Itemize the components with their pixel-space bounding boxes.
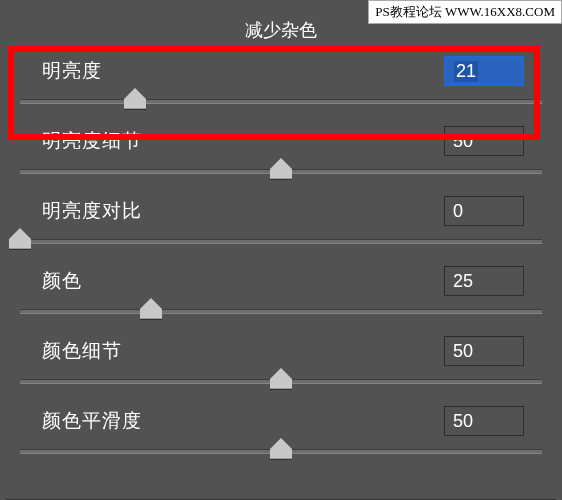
slider-row: 明亮度21 <box>20 56 542 86</box>
slider-row: 颜色细节50 <box>20 336 542 366</box>
slider-track-wrap[interactable] <box>20 232 542 266</box>
slider-label: 颜色平滑度 <box>42 408 142 434</box>
slider-row: 颜色平滑度50 <box>20 406 542 436</box>
slider-group: 颜色25 <box>20 266 542 336</box>
slider-group: 颜色细节50 <box>20 336 542 406</box>
slider-group: 明亮度细节50 <box>20 126 542 196</box>
watermark-text: PS教程论坛 WWW.16XX8.COM <box>368 0 562 24</box>
slider-value-input[interactable]: 25 <box>444 266 524 296</box>
slider-group: 明亮度21 <box>20 56 542 126</box>
slider-value-input[interactable]: 50 <box>444 336 524 366</box>
slider-group: 明亮度对比0 <box>20 196 542 266</box>
slider-track-wrap[interactable] <box>20 92 542 126</box>
slider-label: 颜色 <box>42 268 82 294</box>
slider-track-wrap[interactable] <box>20 442 542 476</box>
slider-label: 颜色细节 <box>42 338 122 364</box>
slider-label: 明亮度细节 <box>42 128 142 154</box>
slider-track-wrap[interactable] <box>20 302 542 336</box>
slider-value-input[interactable]: 50 <box>444 406 524 436</box>
slider-track[interactable] <box>20 239 542 244</box>
slider-row: 明亮度细节50 <box>20 126 542 156</box>
slider-row: 颜色25 <box>20 266 542 296</box>
slider-label: 明亮度对比 <box>42 198 142 224</box>
slider-value-input[interactable]: 0 <box>444 196 524 226</box>
slider-group: 颜色平滑度50 <box>20 406 542 476</box>
slider-track-wrap[interactable] <box>20 162 542 196</box>
slider-value-input[interactable]: 21 <box>444 56 524 86</box>
slider-label: 明亮度 <box>42 58 102 84</box>
slider-track-wrap[interactable] <box>20 372 542 406</box>
noise-reduction-controls: 明亮度21明亮度细节50明亮度对比0颜色25颜色细节50颜色平滑度50 <box>0 56 562 476</box>
slider-value-input[interactable]: 50 <box>444 126 524 156</box>
slider-row: 明亮度对比0 <box>20 196 542 226</box>
slider-track[interactable] <box>20 99 542 104</box>
slider-track[interactable] <box>20 309 542 314</box>
